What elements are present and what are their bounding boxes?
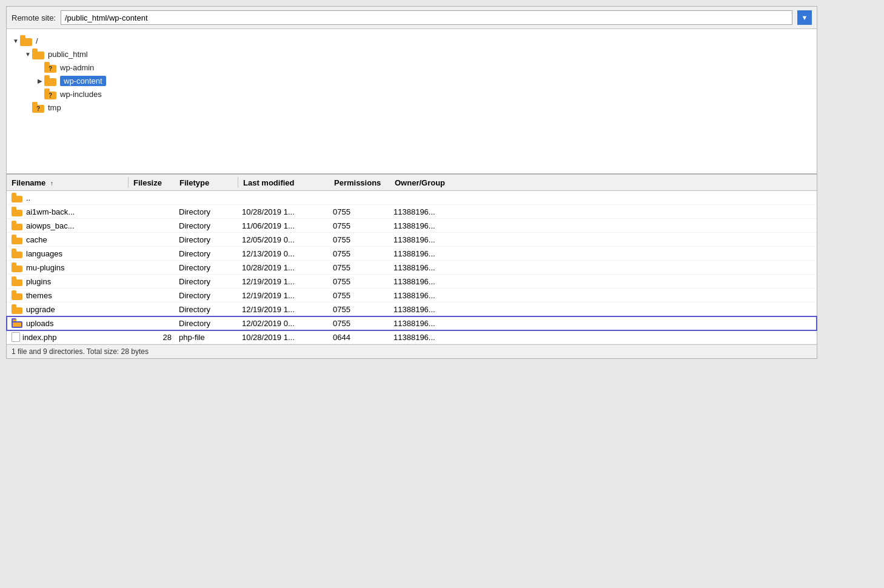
tree-item-wp-admin[interactable]: ? wp-admin [9,61,814,74]
tree-panel: ▼ /▼ public_html ? wp-admin▶ wp-content … [7,29,817,175]
list-folder-icon-plugins [12,276,24,286]
file-row-themes[interactable]: themesDirectory12/19/2019 1...0755113881… [7,289,817,302]
row-lastmod-uploads: 12/02/2019 0... [237,319,328,328]
row-filename-upgrade: upgrade [7,304,128,314]
remote-site-input[interactable] [61,10,792,25]
main-container: Remote site: ▼ ▼ /▼ public_html ? wp-adm… [6,6,817,359]
list-folder-icon-ai1wm [12,207,24,216]
row-filesize-index: 28 [128,333,176,342]
file-row-mu-plugins[interactable]: mu-pluginsDirectory10/28/2019 1...075511… [7,261,817,275]
tree-arrow-wp-content: ▶ [36,76,44,85]
folder-question-icon-tmp: ? [32,102,45,113]
row-name-index: index.php [22,333,56,342]
row-filename-parent: .. [7,193,128,202]
row-lastmod-themes: 12/19/2019 1... [237,291,328,300]
row-lastmod-upgrade: 12/19/2019 1... [237,305,328,314]
row-lastmod-aiowps: 11/06/2019 1... [237,221,328,230]
row-permissions-mu-plugins: 0755 [328,263,389,272]
row-name-cache: cache [26,235,47,244]
row-filename-uploads: uploads [7,318,128,328]
row-filetype-mu-plugins: Directory [176,263,237,272]
uploads-folder-icon [12,318,24,328]
tree-label-root: / [36,36,38,45]
row-name-upgrade: upgrade [26,305,55,314]
row-name-plugins: plugins [26,277,51,286]
row-lastmod-cache: 12/05/2019 0... [237,235,328,244]
list-file-icon-index [12,332,20,342]
tree-item-wp-includes[interactable]: ? wp-includes [9,87,814,101]
row-filetype-languages: Directory [176,249,237,258]
col-header-ownergroup[interactable]: Owner/Group [390,178,817,187]
row-lastmod-languages: 12/13/2019 0... [237,249,328,258]
folder-icon-root [20,35,33,46]
row-filetype-aiowps: Directory [176,221,237,230]
row-owner-ai1wm: 11388196... [389,207,817,216]
row-filename-languages: languages [7,249,128,258]
row-filetype-upgrade: Directory [176,305,237,314]
row-filetype-themes: Directory [176,291,237,300]
row-permissions-upgrade: 0755 [328,305,389,314]
file-row-plugins[interactable]: pluginsDirectory12/19/2019 1...075511388… [7,275,817,289]
tree-item-wp-content[interactable]: ▶ wp-content [9,74,814,87]
list-folder-icon-mu-plugins [12,262,24,272]
row-lastmod-ai1wm: 10/28/2019 1... [237,207,328,216]
row-owner-aiowps: 11388196... [389,221,817,230]
row-filename-plugins: plugins [7,276,128,286]
list-folder-icon-parent [12,193,24,202]
row-filetype-ai1wm: Directory [176,207,237,216]
row-permissions-cache: 0755 [328,235,389,244]
file-row-index[interactable]: index.php28php-file10/28/2019 1...064411… [7,330,817,344]
tree-arrow-root: ▼ [12,36,20,45]
folder-icon-public_html [32,48,45,59]
file-row-cache[interactable]: cacheDirectory12/05/2019 0...07551138819… [7,233,817,247]
status-text: 1 file and 9 directories. Total size: 28… [12,347,149,356]
file-list-header: Filename ↑ Filesize Filetype Last modifi… [7,175,817,191]
status-bar: 1 file and 9 directories. Total size: 28… [7,344,817,358]
row-permissions-languages: 0755 [328,249,389,258]
col-header-lastmod[interactable]: Last modified [238,178,329,187]
row-owner-mu-plugins: 11388196... [389,263,817,272]
row-filetype-index: php-file [176,333,237,342]
row-owner-languages: 11388196... [389,249,817,258]
tree-item-tmp[interactable]: ? tmp [9,101,814,114]
row-name-aiowps: aiowps_bac... [26,221,75,230]
list-folder-icon-languages [12,249,24,258]
col-header-permissions[interactable]: Permissions [329,178,390,187]
file-row-parent[interactable]: .. [7,191,817,205]
file-row-uploads[interactable]: uploadsDirectory12/02/2019 0...075511388… [7,316,817,330]
file-row-languages[interactable]: languagesDirectory12/13/2019 0...0755113… [7,247,817,261]
row-filetype-cache: Directory [176,235,237,244]
row-filetype-plugins: Directory [176,277,237,286]
tree-label-wp-admin: wp-admin [60,63,94,72]
tree-item-root[interactable]: ▼ / [9,34,814,47]
file-row-upgrade[interactable]: upgradeDirectory12/19/2019 1...075511388… [7,302,817,316]
row-name-languages: languages [26,249,62,258]
tree-item-public_html[interactable]: ▼ public_html [9,47,814,61]
folder-question-icon-wp-admin: ? [44,62,58,73]
row-lastmod-mu-plugins: 10/28/2019 1... [237,263,328,272]
row-permissions-uploads: 0755 [328,319,389,328]
row-filename-mu-plugins: mu-plugins [7,262,128,272]
sort-arrow-filename: ↑ [50,180,53,187]
row-filename-index: index.php [7,332,128,342]
file-rows-container: .. ai1wm-back...Directory10/28/2019 1...… [7,191,817,344]
row-permissions-plugins: 0755 [328,277,389,286]
row-permissions-ai1wm: 0755 [328,207,389,216]
row-filetype-uploads: Directory [176,319,237,328]
col-header-filetype[interactable]: Filetype [177,178,238,187]
row-name-uploads: uploads [26,319,54,328]
folder-icon-wp-content [44,75,58,86]
row-owner-cache: 11388196... [389,235,817,244]
row-owner-uploads: 11388196... [389,319,817,328]
file-row-ai1wm[interactable]: ai1wm-back...Directory10/28/2019 1...075… [7,205,817,219]
tree-arrow-public_html: ▼ [24,50,32,58]
col-header-filename[interactable]: Filename ↑ [7,178,128,187]
file-row-aiowps[interactable]: aiowps_bac...Directory11/06/2019 1...075… [7,219,817,233]
tree-label-wp-includes: wp-includes [60,90,102,99]
remote-site-dropdown-button[interactable]: ▼ [797,10,812,25]
remote-site-bar: Remote site: ▼ [7,7,817,29]
col-header-filesize[interactable]: Filesize [129,178,177,187]
row-name-ai1wm: ai1wm-back... [26,207,75,216]
file-list-panel: Filename ↑ Filesize Filetype Last modifi… [7,175,817,344]
row-permissions-themes: 0755 [328,291,389,300]
